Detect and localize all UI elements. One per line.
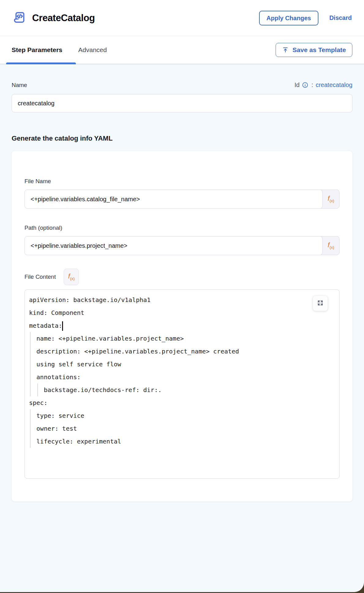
header: CreateCatalog Apply Changes Discard Step… [0,0,364,64]
expand-editor-button[interactable] [313,296,328,311]
file-name-input[interactable] [24,190,323,209]
tab-step-parameters[interactable]: Step Parameters [12,46,62,54]
yaml-code[interactable]: apiVersion: backstage.io/v1alpha1 kind: … [25,290,339,451]
file-name-label: File Name [24,178,340,185]
upload-icon [282,47,289,53]
name-label: Name [12,82,27,89]
fx-button-file-name[interactable]: f(x) [323,190,339,208]
expand-icon [317,300,324,307]
tab-advanced[interactable]: Advanced [78,46,107,54]
id-separator: : [311,81,313,89]
page-title: CreateCatalog [32,13,95,24]
path-input-group: f(x) [24,236,340,255]
header-title-row: CreateCatalog Apply Changes Discard [0,0,364,36]
path-label: Path (optional) [24,225,340,231]
text-cursor [62,321,63,331]
apply-changes-button[interactable]: Apply Changes [259,11,318,25]
save-as-template-label: Save as Template [292,46,346,54]
code-scroll-icon [12,11,27,25]
name-input[interactable] [12,94,352,112]
id-label: Id [295,81,300,89]
file-name-input-group: f(x) [24,190,340,209]
path-input[interactable] [24,236,323,255]
indent-guide [37,383,38,396]
fx-button-path[interactable]: f(x) [323,236,339,255]
save-as-template-button[interactable]: Save as Template [276,43,352,57]
file-content-editor[interactable]: apiVersion: backstage.io/v1alpha1 kind: … [24,289,340,479]
step-id: Id : createcatalog [295,81,352,89]
discard-button[interactable]: Discard [329,14,352,21]
fx-button-file-content[interactable]: f(x) [64,269,79,285]
info-icon[interactable] [302,82,308,88]
step-config-panel: CreateCatalog Apply Changes Discard Step… [0,0,364,592]
indent-guide [30,409,31,448]
step-id-value: createcatalog [316,81,352,89]
indent-guide [30,332,31,396]
file-content-label: File Content [24,274,56,280]
catalog-settings-card: File Name f(x) Path (optional) f(x) File… [12,151,352,501]
tab-bar: Step Parameters Advanced Save as Templat… [0,36,364,64]
section-heading: Generate the catalog info YAML [12,134,352,142]
step-parameters-form: Name Id : createcatalog Generate the cat… [0,64,364,592]
